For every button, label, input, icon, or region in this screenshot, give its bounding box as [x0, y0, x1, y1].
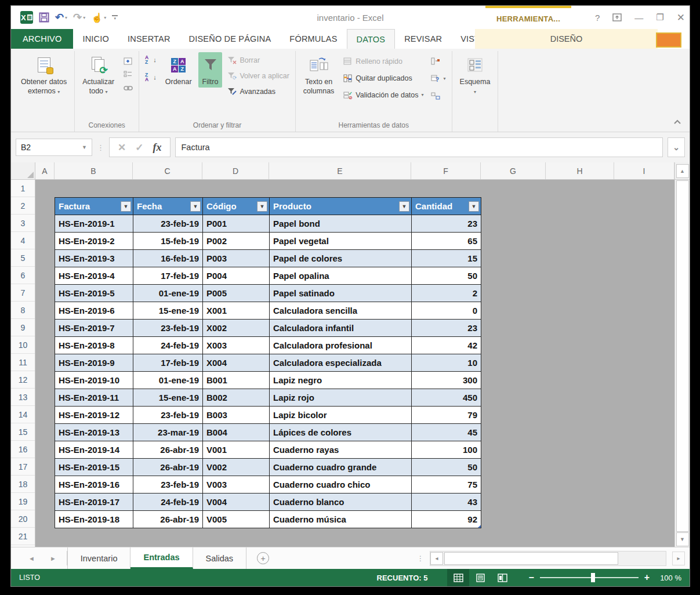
- sheet-area[interactable]: Factura▼Fecha▼Código▼Producto▼Cantidad▼H…: [35, 180, 674, 547]
- quitar-duplicados-button[interactable]: Quitar duplicados: [340, 71, 426, 85]
- cell[interactable]: 01-ene-19: [133, 285, 203, 302]
- sheet-tab-entradas[interactable]: Entradas: [130, 547, 193, 569]
- cell[interactable]: B004: [203, 424, 270, 441]
- column-header-E[interactable]: E: [269, 162, 411, 179]
- ordenar-button[interactable]: ZAAZ Ordenar: [161, 52, 196, 88]
- horizontal-scrollbar[interactable]: ◂: [430, 551, 666, 566]
- cell[interactable]: Cuaderno cuadro chico: [270, 476, 412, 494]
- cell[interactable]: HS-En-2019-17: [55, 494, 133, 511]
- filter-dropdown-button[interactable]: ▼: [190, 201, 201, 212]
- cell[interactable]: HS-En-2019-4: [55, 267, 133, 285]
- cell[interactable]: 24-feb-19: [133, 494, 203, 511]
- tab-diseno-pagina[interactable]: DISEÑO DE PÁGINA: [180, 29, 281, 49]
- tab-bar-grip[interactable]: ⋮: [417, 554, 424, 563]
- save-button[interactable]: [39, 12, 49, 23]
- row-header-12[interactable]: 12: [11, 371, 35, 389]
- column-header-H[interactable]: H: [546, 162, 614, 179]
- row-header-6[interactable]: 6: [11, 267, 35, 284]
- cell[interactable]: 0: [412, 302, 481, 320]
- close-button[interactable]: ✕: [677, 12, 685, 24]
- cell[interactable]: 23-mar-19: [133, 424, 203, 441]
- tab-insertar[interactable]: INSERTAR: [118, 29, 180, 49]
- table-header-código[interactable]: Código▼: [203, 198, 270, 215]
- cell[interactable]: 17-feb-19: [133, 354, 203, 372]
- column-header-C[interactable]: C: [133, 162, 202, 179]
- filter-dropdown-button[interactable]: ▼: [121, 201, 131, 212]
- next-sheet-button[interactable]: ►: [50, 555, 56, 562]
- select-all-corner[interactable]: [11, 162, 35, 179]
- zoom-slider-thumb[interactable]: [591, 573, 595, 582]
- cell[interactable]: 23-feb-19: [133, 320, 203, 337]
- cell[interactable]: 45: [412, 424, 481, 441]
- conexiones-button[interactable]: [121, 55, 135, 68]
- zoom-out-button[interactable]: −: [528, 572, 534, 583]
- row-header-1[interactable]: 1: [11, 180, 35, 197]
- cell[interactable]: P002: [203, 233, 270, 250]
- table-header-fecha[interactable]: Fecha▼: [133, 198, 203, 215]
- vertical-scrollbar[interactable]: ▼: [674, 180, 690, 547]
- cell[interactable]: Papel opalina: [270, 267, 412, 285]
- cell[interactable]: Papel de colores: [270, 250, 412, 267]
- cell[interactable]: Papel bond: [270, 215, 412, 233]
- row-header-18[interactable]: 18: [11, 476, 35, 493]
- cell[interactable]: V002: [203, 459, 270, 476]
- cell[interactable]: 01-ene-19: [133, 372, 203, 389]
- formula-bar-grip[interactable]: ⋮: [97, 146, 104, 149]
- restore-button[interactable]: ❐: [656, 12, 663, 23]
- prev-sheet-button[interactable]: ◄: [28, 555, 35, 562]
- cell[interactable]: 92: [412, 511, 481, 528]
- cell[interactable]: Calculadora profesional: [270, 337, 412, 354]
- texto-en-columnas-button[interactable]: Texto encolumnas: [299, 52, 339, 97]
- cell[interactable]: Calculadora sencilla: [270, 302, 412, 320]
- cell[interactable]: Papel vegetal: [270, 233, 412, 250]
- tab-archivo[interactable]: ARCHIVO: [11, 29, 73, 49]
- cell[interactable]: 23: [412, 215, 481, 233]
- filter-dropdown-button[interactable]: ▼: [469, 201, 479, 212]
- cell[interactable]: 50: [412, 459, 481, 476]
- cell[interactable]: HS-En-2019-14: [55, 441, 133, 459]
- cell[interactable]: Cuaderno cuadro grande: [270, 459, 412, 476]
- tab-datos[interactable]: DATOS: [347, 29, 396, 49]
- analisis-hipotesis-button[interactable]: ?▾: [429, 72, 448, 85]
- cell[interactable]: 15-ene-19: [133, 302, 203, 320]
- column-header-F[interactable]: F: [411, 162, 481, 179]
- sort-ascending-button[interactable]: AZ↓: [143, 53, 159, 66]
- column-header-B[interactable]: B: [55, 162, 133, 179]
- scroll-down-button[interactable]: ▼: [676, 532, 689, 546]
- undo-button[interactable]: ↶▾: [55, 11, 67, 24]
- cell[interactable]: 26-abr-19: [133, 441, 203, 459]
- cell[interactable]: P005: [203, 285, 270, 302]
- cell[interactable]: V004: [203, 494, 270, 511]
- sort-descending-button[interactable]: ZA↓: [143, 71, 159, 84]
- cell[interactable]: V001: [203, 441, 270, 459]
- tab-diseno-contextual[interactable]: DISEÑO: [475, 29, 658, 49]
- validacion-datos-button[interactable]: ✓⊘Validación de datos ▾: [340, 88, 426, 101]
- cell[interactable]: HS-En-2019-16: [55, 476, 133, 494]
- row-header-13[interactable]: 13: [11, 389, 35, 406]
- cell[interactable]: HS-En-2019-15: [55, 459, 133, 476]
- cell[interactable]: 15: [412, 250, 481, 267]
- filter-dropdown-button[interactable]: ▼: [399, 201, 409, 212]
- table-header-factura[interactable]: Factura▼: [55, 198, 133, 215]
- cell[interactable]: 300: [412, 372, 481, 389]
- cell[interactable]: P004: [203, 267, 270, 285]
- cell[interactable]: 26-abr-19: [133, 511, 203, 528]
- expand-formula-bar-button[interactable]: ⌄: [668, 137, 685, 157]
- cell[interactable]: 15-feb-19: [133, 233, 203, 250]
- column-header-A[interactable]: A: [35, 162, 55, 179]
- cell[interactable]: X003: [203, 337, 270, 354]
- cell[interactable]: 50: [412, 267, 481, 285]
- column-header-I[interactable]: I: [614, 162, 674, 179]
- row-header-17[interactable]: 17: [11, 458, 35, 476]
- page-layout-view-button[interactable]: [469, 569, 491, 586]
- consolidar-button[interactable]: [429, 55, 448, 68]
- row-header-5[interactable]: 5: [11, 249, 35, 267]
- obtener-datos-externos-button[interactable]: Obtener datosexternos ▾: [17, 52, 71, 98]
- cell[interactable]: HS-En-2019-7: [55, 320, 133, 337]
- row-header-2[interactable]: 2: [11, 197, 35, 215]
- propiedades-button[interactable]: [121, 68, 135, 81]
- cell[interactable]: HS-En-2019-2: [55, 233, 133, 250]
- cell[interactable]: 75: [412, 476, 481, 494]
- cell[interactable]: Calculadora infantil: [270, 320, 412, 337]
- cell[interactable]: B001: [203, 372, 270, 389]
